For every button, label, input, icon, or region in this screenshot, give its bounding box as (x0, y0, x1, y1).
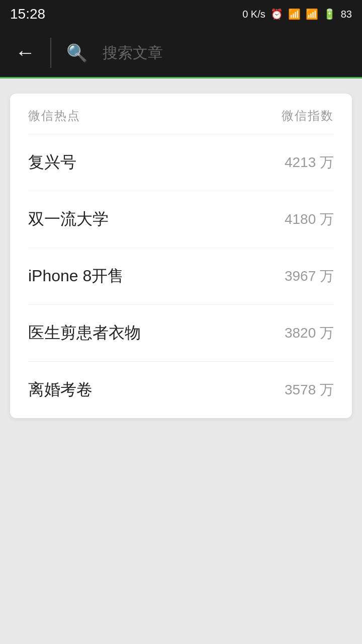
wifi-icon: 📶 (288, 8, 301, 20)
status-time: 15:28 (10, 6, 45, 22)
trend-score: 3820 万 (285, 324, 334, 343)
signal-icon: 📶 (306, 8, 318, 20)
trend-name: 医生剪患者衣物 (28, 322, 141, 344)
status-bar: 15:28 0 K/s ⏰ 📶 📶 🔋 83 (0, 0, 362, 28)
trending-card: 微信热点 微信指数 复兴号 4213 万 双一流大学 4180 万 iPhone… (10, 94, 352, 418)
back-icon: ← (15, 41, 35, 64)
network-speed: 0 K/s (242, 9, 265, 20)
back-button[interactable]: ← (10, 36, 40, 69)
header-right-label: 微信指数 (282, 108, 334, 124)
trend-score: 3967 万 (285, 267, 334, 286)
list-item[interactable]: 医生剪患者衣物 3820 万 (10, 305, 352, 361)
list-item[interactable]: 离婚考卷 3578 万 (10, 362, 352, 418)
header-left-label: 微信热点 (28, 108, 80, 124)
card-header: 微信热点 微信指数 (10, 94, 352, 134)
trend-score: 4213 万 (285, 153, 334, 172)
search-icon: 🔍 (66, 43, 87, 63)
list-item[interactable]: iPhone 8开售 3967 万 (10, 248, 352, 304)
list-item[interactable]: 双一流大学 4180 万 (10, 191, 352, 248)
trend-name: 双一流大学 (28, 208, 109, 230)
battery-icon: 🔋 (323, 8, 336, 20)
battery-level: 83 (341, 9, 352, 20)
vertical-divider (50, 38, 51, 68)
content-area: 微信热点 微信指数 复兴号 4213 万 双一流大学 4180 万 iPhone… (0, 78, 362, 644)
clock-icon: ⏰ (270, 8, 283, 20)
trend-score: 3578 万 (285, 380, 334, 399)
trend-name: 离婚考卷 (28, 379, 93, 401)
trend-name: 复兴号 (28, 151, 76, 174)
trend-name: iPhone 8开售 (28, 265, 124, 287)
status-icons: 0 K/s ⏰ 📶 📶 🔋 83 (242, 8, 352, 20)
list-item[interactable]: 复兴号 4213 万 (10, 134, 352, 191)
search-input[interactable] (98, 44, 352, 61)
search-bar: ← 🔍 (0, 28, 362, 78)
trend-score: 4180 万 (285, 210, 334, 229)
